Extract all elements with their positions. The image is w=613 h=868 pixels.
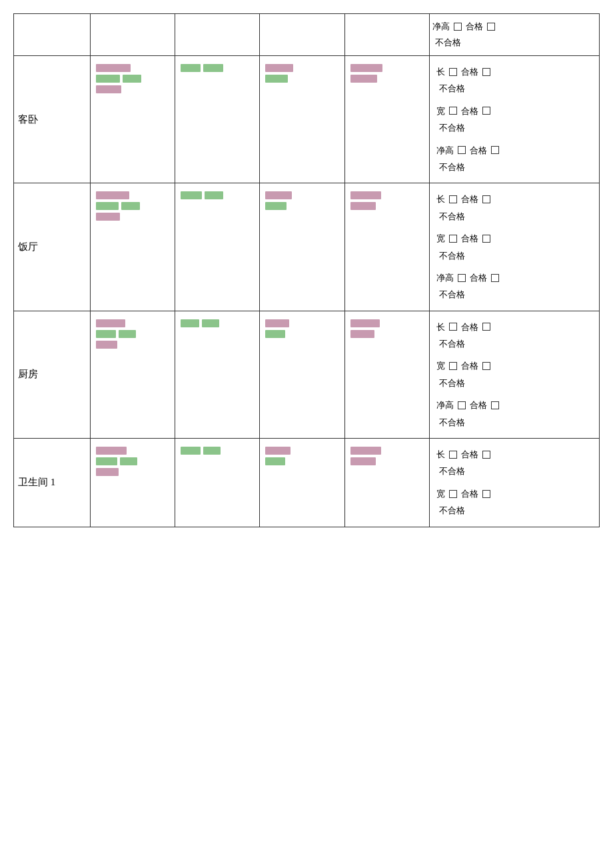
result-cell: 净高 合格 不合格 — [430, 14, 600, 56]
bar-pink — [350, 202, 376, 210]
room-label-fanting: 饭厅 — [14, 183, 91, 311]
bar-row — [265, 75, 338, 83]
measure-block — [349, 61, 425, 85]
result-line-kuan: 宽 合格 — [436, 486, 592, 501]
result-block: 长 合格 不合格 宽 合格 不合格 — [434, 61, 595, 177]
measure-cell-kewan-4 — [344, 56, 429, 183]
bar-pink — [265, 447, 291, 455]
bar-row — [96, 330, 169, 338]
bar-pink — [265, 64, 293, 72]
text-qualified-0: 合格 — [466, 21, 483, 33]
result-block: 长 合格 不合格 宽 合格 不合格 — [434, 444, 595, 521]
checkbox-jinggao-unqualified[interactable] — [487, 23, 495, 31]
subline-kuan: 不合格 — [436, 375, 592, 391]
subline-kuan: 不合格 — [436, 120, 592, 135]
label-kuan: 宽 — [436, 358, 445, 373]
checkbox-jinggao-qualified[interactable] — [454, 23, 462, 31]
checkbox-kuan-uq[interactable] — [482, 490, 490, 498]
measure-cell-chufang-2 — [175, 311, 260, 438]
bar-row — [350, 191, 424, 199]
bar-row — [350, 447, 424, 455]
checkbox-kuan-uq[interactable] — [482, 107, 490, 115]
measure-block — [264, 444, 340, 468]
bar-row — [265, 191, 338, 199]
measure-cell-fanting-1 — [90, 183, 175, 311]
measure-block — [95, 189, 171, 223]
measure-block — [349, 317, 425, 341]
result-cell-kewan: 长 合格 不合格 宽 合格 不合格 — [430, 56, 600, 183]
bar-row — [181, 447, 254, 455]
room-label-weishengjian: 卫生间 1 — [14, 439, 91, 527]
bar-green — [119, 330, 136, 338]
checkbox-chang-q[interactable] — [449, 195, 457, 203]
measure-cell-kewan-3 — [260, 56, 344, 183]
bar-row — [265, 202, 338, 210]
measure-block — [264, 61, 340, 85]
measure-cell-wsj-3 — [260, 439, 344, 527]
bar-pink — [96, 447, 127, 455]
measure-cell-chufang-1 — [90, 311, 175, 438]
subline-chang: 不合格 — [436, 336, 592, 351]
checkbox-kuan-q[interactable] — [449, 362, 457, 370]
subline-kuan: 不合格 — [436, 248, 592, 263]
label-chang: 长 — [436, 64, 445, 79]
checkbox-kuan-uq[interactable] — [482, 362, 490, 370]
checkbox-chang-uq[interactable] — [482, 323, 490, 331]
bar-pink — [265, 319, 289, 327]
bar-green — [202, 319, 219, 327]
bar-pink — [96, 319, 125, 327]
checkbox-jinggao-q[interactable] — [458, 401, 466, 409]
bar-green — [265, 75, 288, 83]
checkbox-kuan-uq[interactable] — [482, 235, 490, 243]
measure-block — [179, 189, 255, 202]
checkbox-jinggao-uq[interactable] — [491, 146, 499, 154]
bar-row — [181, 64, 254, 72]
bar-pink — [350, 447, 381, 455]
checkbox-chang-q[interactable] — [449, 68, 457, 76]
bar-pink — [350, 330, 374, 338]
measure-block — [95, 317, 171, 351]
measure-block — [349, 444, 425, 468]
checkbox-jinggao-q[interactable] — [458, 274, 466, 282]
label-chang: 长 — [436, 319, 445, 335]
bar-pink — [265, 191, 292, 199]
result-line-kuan: 宽 合格 — [436, 231, 592, 246]
checkbox-jinggao-q[interactable] — [458, 146, 466, 154]
result-line-jinggao: 净高 合格 — [436, 143, 592, 158]
checkbox-kuan-q[interactable] — [449, 490, 457, 498]
measure-cell-chufang-3 — [260, 311, 344, 438]
checkbox-kuan-q[interactable] — [449, 107, 457, 115]
label-jinggao: 净高 — [436, 397, 454, 413]
bar-pink — [350, 75, 377, 83]
subline-jinggao: 不合格 — [436, 287, 592, 302]
bar-row — [350, 319, 424, 327]
bar-row — [96, 447, 169, 455]
bar-green — [181, 64, 201, 72]
table-row: 饭厅 — [14, 183, 600, 311]
checkbox-chang-q[interactable] — [449, 323, 457, 331]
bar-row — [265, 64, 338, 72]
bar-row — [96, 213, 169, 221]
bar-pink — [96, 85, 121, 93]
result-block: 长 合格 不合格 宽 合格 不合格 — [434, 189, 595, 305]
measure-cell-2 — [175, 14, 260, 56]
bar-row — [181, 191, 254, 199]
checkbox-chang-uq[interactable] — [482, 451, 490, 459]
checkbox-chang-q[interactable] — [449, 451, 457, 459]
label-chang: 长 — [436, 191, 445, 207]
measure-cell-fanting-2 — [175, 183, 260, 311]
result-line-chang: 长 合格 — [436, 319, 592, 335]
bar-row — [96, 85, 169, 93]
measure-block — [95, 444, 171, 479]
checkbox-chang-uq[interactable] — [482, 68, 490, 76]
checkbox-jinggao-uq[interactable] — [491, 274, 499, 282]
bar-pink — [350, 319, 380, 327]
checkbox-kuan-q[interactable] — [449, 235, 457, 243]
checkbox-jinggao-uq[interactable] — [491, 401, 499, 409]
measure-block — [349, 189, 425, 213]
measure-cell-kewan-2 — [175, 56, 260, 183]
subline-jinggao: 不合格 — [436, 159, 592, 175]
label-kuan: 宽 — [436, 103, 445, 119]
checkbox-chang-uq[interactable] — [482, 195, 490, 203]
result-line-jinggao: 净高 合格 — [436, 397, 592, 413]
